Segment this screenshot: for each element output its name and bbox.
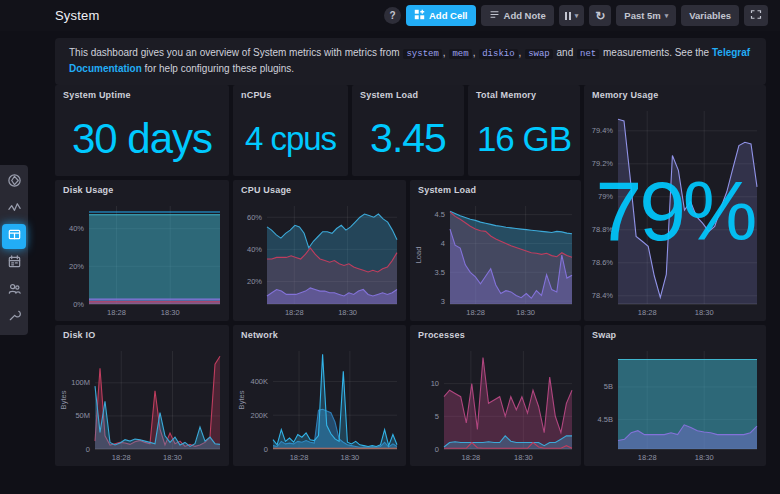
svg-text:18:30: 18:30 bbox=[516, 308, 535, 317]
svg-text:20%: 20% bbox=[247, 277, 262, 286]
network-chart[interactable]: 18:2818:300200K400KBytes bbox=[235, 344, 404, 464]
svg-text:78.8%: 78.8% bbox=[592, 225, 614, 234]
cell-total-memory: Total Memory 16 GB bbox=[468, 85, 580, 176]
sidebar-item-alerting[interactable] bbox=[2, 251, 26, 276]
sidebar-nav bbox=[0, 165, 28, 335]
chronograf-logo-icon bbox=[7, 173, 22, 192]
svg-text:0%: 0% bbox=[73, 300, 84, 309]
stat-value-system-load: 3.45 bbox=[352, 101, 464, 176]
variables-label: Variables bbox=[689, 10, 731, 21]
add-note-button[interactable]: Add Note bbox=[481, 5, 554, 26]
svg-text:20%: 20% bbox=[69, 262, 84, 271]
system-load-chart[interactable]: 18:2818:3033.544.5Load bbox=[412, 199, 579, 319]
help-icon[interactable]: ? bbox=[384, 7, 401, 24]
dashboard-page: System ? Add Cell Add Note ▾ ↻ bbox=[0, 0, 780, 494]
memory-usage-chart[interactable]: 18:2818:3078.4%78.6%78.8%79%79.2%79.4% bbox=[586, 104, 764, 319]
svg-text:18:28: 18:28 bbox=[638, 453, 657, 462]
svg-text:Load: Load bbox=[414, 247, 423, 264]
svg-text:200K: 200K bbox=[250, 411, 268, 420]
sidebar-item-admin[interactable] bbox=[2, 278, 26, 303]
svg-text:18:28: 18:28 bbox=[285, 308, 304, 317]
svg-text:79.4%: 79.4% bbox=[592, 126, 614, 135]
add-cell-label: Add Cell bbox=[429, 10, 468, 21]
refresh-icon: ↻ bbox=[595, 10, 605, 22]
chevron-down-icon: ▾ bbox=[665, 12, 669, 20]
svg-text:18:28: 18:28 bbox=[290, 453, 309, 462]
svg-text:3: 3 bbox=[441, 297, 445, 306]
svg-text:18:28: 18:28 bbox=[466, 308, 485, 317]
svg-text:78.6%: 78.6% bbox=[592, 258, 614, 267]
svg-text:18:30: 18:30 bbox=[695, 453, 714, 462]
time-range-label: Past 5m bbox=[624, 10, 660, 21]
pause-icon bbox=[565, 12, 571, 20]
svg-text:0: 0 bbox=[435, 445, 439, 454]
page-title: System bbox=[55, 8, 100, 23]
sidebar-item-configuration[interactable] bbox=[2, 305, 26, 330]
svg-text:18:30: 18:30 bbox=[163, 453, 182, 462]
svg-text:18:30: 18:30 bbox=[340, 453, 359, 462]
svg-text:18:28: 18:28 bbox=[107, 308, 126, 317]
svg-text:18:30: 18:30 bbox=[695, 308, 714, 317]
add-cell-button[interactable]: Add Cell bbox=[406, 5, 476, 26]
cell-ncpus: nCPUs 4 cpus bbox=[233, 85, 348, 176]
svg-text:18:28: 18:28 bbox=[638, 308, 657, 317]
disk-usage-chart[interactable]: 18:2818:300%20%40% bbox=[57, 199, 227, 319]
stat-value-uptime: 30 days bbox=[55, 101, 229, 176]
pause-refresh-dropdown[interactable]: ▾ bbox=[559, 5, 585, 26]
cell-system-uptime: System Uptime 30 days bbox=[55, 85, 229, 176]
svg-text:100M: 100M bbox=[71, 378, 90, 387]
cell-cpu-usage: CPU Usage 18:2818:3020%40%60% bbox=[233, 180, 406, 321]
calendar-icon bbox=[7, 254, 22, 273]
swap-chart[interactable]: 18:2818:304.5B5B bbox=[586, 344, 764, 464]
refresh-button[interactable]: ↻ bbox=[589, 5, 611, 26]
note-icon bbox=[489, 9, 500, 22]
disk-io-chart[interactable]: 18:2818:30050M100MBytes bbox=[57, 344, 227, 464]
sidebar-item-dashboards[interactable] bbox=[2, 224, 26, 249]
sidebar-item-data-explorer[interactable] bbox=[2, 197, 26, 222]
cell-disk-usage: Disk Usage 18:2818:300%20%40% bbox=[55, 180, 229, 321]
cell-system-load-stat: System Load 3.45 bbox=[352, 85, 464, 176]
svg-text:4.5: 4.5 bbox=[435, 210, 445, 219]
svg-text:60%: 60% bbox=[247, 213, 262, 222]
processes-chart[interactable]: 18:2818:300510 bbox=[412, 344, 579, 464]
dashboard-note-banner: This dashboard gives you an overview of … bbox=[55, 38, 766, 85]
sidebar-item-logo[interactable] bbox=[2, 170, 26, 195]
wrench-icon bbox=[7, 308, 22, 327]
cell-system-load-chart: System Load 18:2818:3033.544.5Load bbox=[410, 180, 581, 321]
svg-text:79%: 79% bbox=[598, 192, 613, 201]
svg-text:0: 0 bbox=[264, 445, 268, 454]
cell-disk-io: Disk IO 18:2818:30050M100MBytes bbox=[55, 325, 229, 466]
presentation-mode-button[interactable] bbox=[744, 5, 768, 26]
svg-text:5B: 5B bbox=[604, 382, 613, 391]
graph-pulse-icon bbox=[7, 200, 22, 219]
toolbar: ? Add Cell Add Note ▾ ↻ Past 5 bbox=[384, 5, 768, 26]
svg-text:78.4%: 78.4% bbox=[592, 291, 614, 300]
users-icon bbox=[7, 281, 22, 300]
time-range-dropdown[interactable]: Past 5m ▾ bbox=[616, 5, 676, 26]
svg-text:4: 4 bbox=[441, 239, 445, 248]
presentation-mode-icon bbox=[750, 9, 762, 22]
svg-text:18:30: 18:30 bbox=[514, 453, 533, 462]
note-text: This dashboard gives you an overview of … bbox=[69, 47, 400, 58]
measurement-net: net bbox=[577, 49, 599, 59]
svg-text:18:28: 18:28 bbox=[112, 453, 131, 462]
variables-button[interactable]: Variables bbox=[681, 5, 739, 26]
chevron-down-icon: ▾ bbox=[575, 12, 579, 20]
measurement-swap: swap bbox=[525, 49, 553, 59]
cell-swap: Swap 18:2818:304.5B5B bbox=[584, 325, 766, 466]
cell-processes: Processes 18:2818:300510 bbox=[410, 325, 581, 466]
svg-text:5: 5 bbox=[435, 412, 439, 421]
svg-text:400K: 400K bbox=[250, 377, 268, 386]
svg-text:18:30: 18:30 bbox=[338, 308, 357, 317]
svg-text:50M: 50M bbox=[75, 411, 90, 420]
svg-text:40%: 40% bbox=[69, 224, 84, 233]
measurement-mem: mem bbox=[449, 49, 471, 59]
svg-text:4.5B: 4.5B bbox=[598, 415, 613, 424]
cell-memory-usage: Memory Usage 18:2818:3078.4%78.6%78.8%79… bbox=[584, 85, 766, 321]
add-note-label: Add Note bbox=[504, 10, 546, 21]
measurement-diskio: diskio bbox=[479, 49, 517, 59]
cpu-usage-chart[interactable]: 18:2818:3020%40%60% bbox=[235, 199, 404, 319]
svg-text:18:30: 18:30 bbox=[161, 308, 180, 317]
svg-text:Bytes: Bytes bbox=[237, 390, 246, 409]
svg-text:79.2%: 79.2% bbox=[592, 159, 614, 168]
